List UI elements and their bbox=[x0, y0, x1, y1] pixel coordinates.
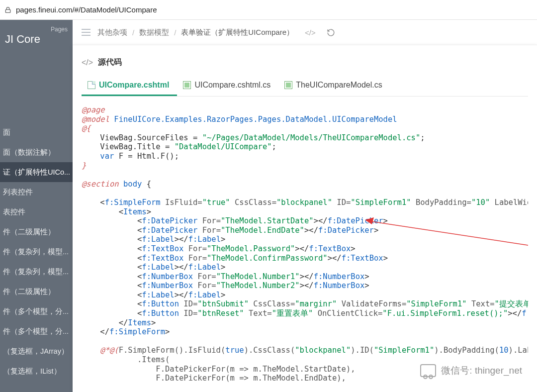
sidebar-item[interactable]: 件（二级属性） bbox=[0, 282, 73, 301]
browser-url-bar: pages.fineui.com/#/DataModel/UICompare bbox=[0, 0, 537, 20]
watermark: 微信号: thinger_net bbox=[420, 364, 522, 377]
sidebar-item[interactable]: 件（多个模型，分... bbox=[0, 321, 73, 341]
cs-file-icon bbox=[284, 81, 292, 89]
file-tab[interactable]: UICompare.cshtml.cs bbox=[177, 76, 278, 96]
source-code-panel: </> 源代码 UICompare.cshtmlUICompare.cshtml… bbox=[73, 45, 537, 392]
crumb-2[interactable]: 数据模型 bbox=[139, 28, 169, 37]
file-tab[interactable]: TheUICompareModel.cs bbox=[278, 76, 390, 96]
lock-icon bbox=[4, 6, 12, 14]
sidebar-item[interactable]: 件（复杂列，模型... bbox=[0, 242, 73, 262]
sidebar-item[interactable]: 件（多个模型，分... bbox=[0, 301, 73, 321]
tab-label: UICompare.cshtml bbox=[99, 81, 169, 90]
tab-label: UICompare.cshtml.cs bbox=[194, 81, 270, 90]
panel-title: 源代码 bbox=[98, 57, 122, 68]
sidebar: Pages JI Core 面面（数据注解）证（扩展特性UICo...列表控件表… bbox=[0, 20, 73, 392]
code-badge-icon: </> bbox=[82, 58, 93, 67]
cs-file-icon bbox=[183, 81, 191, 89]
refresh-icon[interactable] bbox=[327, 28, 335, 37]
crumb-1[interactable]: 其他杂项 bbox=[97, 28, 127, 37]
url-text: pages.fineui.com/#/DataModel/UICompare bbox=[16, 5, 157, 14]
sidebar-item[interactable]: 件（复杂列，模型... bbox=[0, 262, 73, 282]
source-code: @page @model FineUICore.Examples.RazorPa… bbox=[82, 105, 528, 383]
sidebar-item[interactable]: 面（数据注解） bbox=[0, 142, 73, 162]
sidebar-item[interactable]: 证（扩展特性UICo... bbox=[0, 162, 73, 182]
content-area: 其他杂项/ 数据模型/ 表单验证（扩展特性UICompare） </> </> … bbox=[73, 20, 537, 392]
code-icon[interactable]: </> bbox=[305, 28, 316, 37]
sidebar-item[interactable]: 件（二级属性） bbox=[0, 222, 73, 242]
sidebar-item[interactable]: 列表控件 bbox=[0, 182, 73, 202]
tab-label: TheUICompareModel.cs bbox=[296, 81, 382, 90]
sidebar-item[interactable]: （复选框，IList） bbox=[0, 361, 73, 381]
page-file-icon bbox=[88, 81, 95, 89]
header-row: 其他杂项/ 数据模型/ 表单验证（扩展特性UICompare） </> bbox=[73, 20, 537, 45]
sidebar-item[interactable]: 表控件 bbox=[0, 202, 73, 222]
sidebar-item[interactable]: （复选框，JArray） bbox=[0, 341, 73, 361]
breadcrumb: 其他杂项/ 数据模型/ 表单验证（扩展特性UICompare） bbox=[97, 28, 294, 37]
crumb-3: 表单验证（扩展特性UICompare） bbox=[181, 28, 294, 37]
app-title: JI Core bbox=[0, 33, 73, 48]
svg-rect-0 bbox=[5, 9, 10, 12]
sidebar-pages-tag: Pages bbox=[51, 26, 73, 33]
menu-toggle-icon[interactable] bbox=[82, 29, 90, 36]
file-tab[interactable]: UICompare.cshtml bbox=[82, 76, 177, 96]
wechat-icon bbox=[420, 364, 436, 377]
sidebar-item[interactable]: 面 bbox=[0, 122, 73, 142]
file-tabs: UICompare.cshtmlUICompare.cshtml.csTheUI… bbox=[82, 76, 528, 97]
